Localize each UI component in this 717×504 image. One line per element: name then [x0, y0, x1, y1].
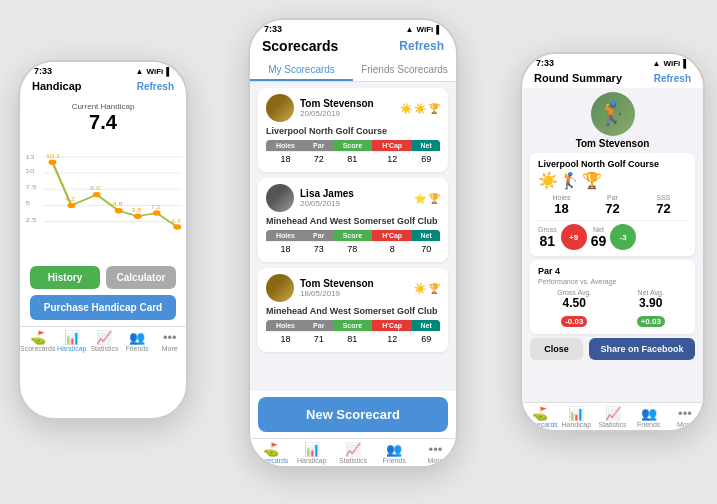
more-icon: ••• — [163, 331, 177, 344]
new-scorecard-button[interactable]: New Scorecard — [258, 397, 448, 432]
left-bottom-nav: ⛳ Scorecards 📊 Handicap 📈 Statistics 👥 F… — [20, 326, 186, 354]
svg-text:3.8: 3.8 — [131, 207, 142, 213]
par4-gross-delta: -0.03 — [561, 316, 587, 327]
center-more-icon: ••• — [429, 443, 443, 456]
rs-player-name: Tom Stevenson — [576, 138, 650, 149]
center-friends-icon: 👥 — [386, 443, 402, 456]
left-nav-statistics[interactable]: 📈 Statistics — [88, 331, 121, 352]
player-date-1: 20/05/2019 — [300, 109, 394, 118]
center-nav-statistics[interactable]: 📈 Statistics — [332, 443, 373, 464]
scorecard-card-1: Tom Stevenson 20/05/2019 ☀️ ☀️ 🏆 Liverpo… — [258, 88, 448, 172]
score-row-2: 18 73 78 8 70 — [266, 242, 440, 257]
left-header: Handicap Refresh — [20, 78, 186, 96]
right-nav-more[interactable]: ••• More — [667, 407, 703, 428]
player-icons-2: ⭐ 🏆 — [414, 193, 440, 204]
center-phone: 7:33 ▲ WiFi ▌ Scorecards Refresh My Scor… — [248, 18, 458, 468]
player-row-1: Tom Stevenson 20/05/2019 ☀️ ☀️ 🏆 — [266, 94, 440, 122]
avatar-2 — [266, 184, 294, 212]
player-row-3: Tom Stevenson 18/05/2019 ☀️ 🏆 — [266, 274, 440, 302]
svg-point-11 — [67, 203, 75, 208]
par4-stats: Gross Avg. 4.50 -0.03 Net Avg. 3.90 +0.0… — [538, 289, 687, 328]
tab-friends-scorecards[interactable]: Friends Scorecards — [353, 58, 456, 81]
scorecard-card-2: Lisa James 20/05/2019 ⭐ 🏆 Minehead And W… — [258, 178, 448, 262]
svg-text:10.1: 10.1 — [46, 153, 61, 159]
center-scorecards-icon: ⛳ — [263, 443, 279, 456]
center-nav-handicap[interactable]: 📊 Handicap — [291, 443, 332, 464]
holes-val-3: 18 — [266, 332, 305, 347]
right-more-icon: ••• — [678, 407, 692, 420]
statistics-icon: 📈 — [96, 331, 112, 344]
course-name-2: Minehead And West Somerset Golf Club — [266, 216, 440, 226]
center-nav-more[interactable]: ••• More — [415, 443, 456, 464]
svg-point-12 — [93, 192, 101, 197]
score-val-2: 78 — [333, 242, 372, 257]
player-name-3: Tom Stevenson — [300, 278, 408, 289]
handicap-icon: 📊 — [64, 331, 80, 344]
right-handicap-icon: 📊 — [568, 407, 584, 420]
net-val-1: 69 — [412, 152, 440, 167]
col-net-2: Net — [412, 230, 440, 242]
right-nav-handicap[interactable]: 📊 Handicap — [558, 407, 594, 428]
player-row-2: Lisa James 20/05/2019 ⭐ 🏆 — [266, 184, 440, 212]
current-handicap-value: 7.4 — [30, 111, 176, 134]
share-facebook-button[interactable]: Share on Facebook — [589, 338, 695, 360]
left-refresh-action[interactable]: Refresh — [137, 81, 174, 92]
par4-net-delta: +0.03 — [637, 316, 665, 327]
rs-stat-holes: Holes 18 — [538, 194, 585, 216]
center-nav-friends[interactable]: 👥 Friends — [374, 443, 415, 464]
left-nav-more[interactable]: ••• More — [153, 331, 186, 352]
svg-text:10: 10 — [26, 168, 35, 174]
avatar-3 — [266, 274, 294, 302]
course-name-1: Liverpool North Golf Course — [266, 126, 440, 136]
calculator-button[interactable]: Calculator — [106, 266, 176, 289]
col-par-3: Par — [305, 320, 333, 332]
avatar-img-1 — [266, 94, 294, 122]
right-phone: 7:33 ▲ WiFi ▌ Round Summary Refresh 🏌 To… — [520, 52, 705, 432]
col-score: Score — [333, 140, 372, 152]
hcap-val-1: 12 — [372, 152, 412, 167]
left-nav-scorecards[interactable]: ⛳ Scorecards — [20, 331, 55, 352]
par-val-2: 73 — [305, 242, 333, 257]
left-status-icons: ▲ WiFi ▌ — [136, 67, 172, 76]
col-par: Par — [305, 140, 333, 152]
player-date-3: 18/05/2019 — [300, 289, 408, 298]
left-nav-friends[interactable]: 👥 Friends — [121, 331, 154, 352]
tab-my-scorecards[interactable]: My Scorecards — [250, 58, 353, 81]
rs-scores-row: Gross 81 +9 Net 69 -3 — [538, 224, 687, 250]
svg-text:5: 5 — [26, 201, 31, 207]
right-nav-statistics[interactable]: 📈 Statistics — [594, 407, 630, 428]
svg-text:7.2: 7.2 — [150, 204, 161, 210]
rs-gross-delta-badge: +9 — [561, 224, 587, 250]
current-handicap-label: Current Handicap — [30, 102, 176, 111]
svg-text:1.7: 1.7 — [171, 218, 182, 224]
right-bottom-nav: ⛳ Scorecards 📊 Handicap 📈 Statistics 👥 F… — [522, 402, 703, 430]
score-table-3: Holes Par Score H'Cap Net 18 71 81 12 — [266, 320, 440, 346]
svg-point-10 — [48, 160, 56, 165]
right-friends-icon: 👥 — [641, 407, 657, 420]
right-status-icons: ▲ WiFi ▌ — [653, 59, 689, 68]
player-icons-3: ☀️ 🏆 — [414, 283, 440, 294]
avatar-img-2 — [266, 184, 294, 212]
score-table-1: Holes Par Score H'Cap Net 18 72 81 12 — [266, 140, 440, 166]
right-nav-scorecards[interactable]: ⛳ Scorecards — [522, 407, 558, 428]
right-refresh-action[interactable]: Refresh — [654, 73, 691, 84]
right-nav-friends[interactable]: 👥 Friends — [631, 407, 667, 428]
right-time: 7:33 — [536, 58, 554, 68]
history-button[interactable]: History — [30, 266, 100, 289]
par4-net-stat: Net Avg. 3.90 +0.03 — [615, 289, 688, 328]
svg-point-13 — [115, 208, 123, 213]
center-nav-scorecards[interactable]: ⛳ Scorecards — [250, 443, 291, 464]
right-statistics-icon: 📈 — [605, 407, 621, 420]
par4-title: Par 4 — [538, 266, 687, 276]
left-nav-handicap[interactable]: 📊 Handicap — [55, 331, 88, 352]
rs-avatar: 🏌 — [591, 92, 635, 136]
left-time: 7:33 — [34, 66, 52, 76]
friends-icon: 👥 — [129, 331, 145, 344]
rs-gross-box: Gross 81 — [538, 226, 557, 249]
col-hcap: H'Cap — [372, 140, 412, 152]
close-button[interactable]: Close — [530, 338, 583, 360]
player-info-3: Tom Stevenson 18/05/2019 — [300, 278, 408, 298]
center-refresh-action[interactable]: Refresh — [399, 39, 444, 53]
rs-stats-row: Holes 18 Par 72 SSS 72 — [538, 194, 687, 216]
purchase-button[interactable]: Purchase Handicap Card — [30, 295, 176, 320]
